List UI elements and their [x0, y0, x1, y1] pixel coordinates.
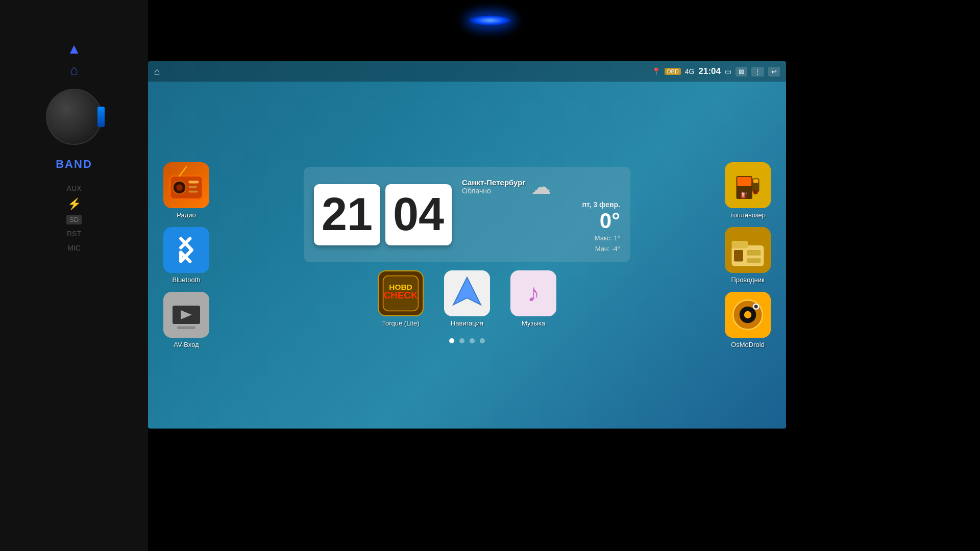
explorer-label: Проводник: [731, 276, 764, 284]
cloud-icon: ☁: [531, 175, 551, 198]
band-label: BAND: [56, 158, 92, 171]
battery-icon: ▭: [725, 67, 731, 76]
av-label: AV-Вход: [174, 341, 199, 348]
screen: ⌂ 📍 OBD 4G 21:04 ▭ ⊠ ⋮ ↩: [148, 61, 786, 429]
bluetooth-icon-img: [163, 227, 209, 273]
city-name: Санкт-Петербург: [462, 178, 526, 187]
app-explorer[interactable]: Проводник: [720, 227, 776, 284]
mic-label: MIC: [67, 244, 81, 252]
weather-text: Санкт-Петербург Облачно: [462, 178, 526, 195]
svg-rect-22: [737, 177, 751, 186]
svg-rect-31: [747, 250, 761, 256]
osmo-icon-img: [725, 292, 771, 338]
led-light: [470, 15, 510, 26]
weather-temp: 0°: [462, 209, 620, 233]
app-torque[interactable]: HOBD CHECK Torque (Lite): [373, 270, 429, 327]
status-bar: ⌂ 📍 OBD 4G 21:04 ▭ ⊠ ⋮ ↩: [148, 61, 786, 82]
app-column-right: ⛽ Топливозер: [720, 162, 776, 348]
eject-button[interactable]: ▲: [67, 41, 81, 57]
music-icon-img: ♪: [510, 270, 556, 316]
obd-icon: OBD: [665, 68, 681, 75]
clock-digits: 21 04: [314, 184, 452, 245]
radio-label: Радио: [177, 211, 196, 219]
svg-rect-29: [732, 241, 748, 248]
svg-text:⛽: ⛽: [741, 192, 748, 198]
status-time: 21:04: [699, 66, 721, 77]
main-content: Радио Bluetooth: [148, 82, 786, 429]
app-fuel[interactable]: ⛽ Топливозер: [720, 162, 776, 219]
weather-section: Санкт-Петербург Облачно ☁ пт, 3 февр. 0°…: [462, 175, 620, 255]
usb-icon: ⚡: [67, 197, 81, 211]
svg-point-2: [176, 184, 183, 191]
osmo-label: OsMoDroid: [731, 341, 765, 348]
back-button[interactable]: ↩: [768, 67, 780, 77]
app-column-left: Радио Bluetooth: [158, 162, 214, 348]
svg-rect-5: [189, 190, 198, 192]
page-dot-4[interactable]: [480, 338, 485, 343]
bottom-apps: HOBD CHECK Torque (Lite): [373, 270, 561, 327]
svg-line-6: [180, 167, 187, 176]
svg-rect-7: [163, 227, 209, 273]
svg-rect-32: [747, 258, 761, 263]
device-frame: ▲ ⌂ BAND AUX ⚡ SD RST MIC ⌂ 📍 OBD 4G 21:…: [0, 0, 980, 551]
menu-button[interactable]: ⋮: [751, 67, 764, 77]
svg-rect-4: [189, 186, 197, 188]
navigation-icon-img: [444, 270, 490, 316]
app-music[interactable]: ♪ Музыка: [505, 270, 561, 327]
svg-rect-3: [189, 181, 199, 183]
weather-date: пт, 3 февр.: [462, 201, 620, 209]
svg-rect-11: [177, 326, 195, 329]
clock-minute: 04: [385, 184, 452, 245]
sd-icon: SD: [66, 215, 82, 224]
status-bar-right: 📍 OBD 4G 21:04 ▭ ⊠ ⋮ ↩: [652, 66, 780, 77]
left-panel: ▲ ⌂ BAND AUX ⚡ SD RST MIC: [0, 0, 148, 551]
app-navigation[interactable]: Навигация: [439, 270, 495, 327]
fuel-label: Топливозер: [730, 211, 766, 219]
svg-rect-24: [753, 179, 758, 183]
location-icon: 📍: [652, 67, 660, 76]
app-bluetooth[interactable]: Bluetooth: [158, 227, 214, 284]
app-av[interactable]: AV-Вход: [158, 292, 214, 348]
svg-text:♪: ♪: [527, 279, 540, 307]
torque-label: Torque (Lite): [382, 319, 420, 327]
weather-max: Макс: 1°: [462, 233, 620, 244]
page-dot-2[interactable]: [459, 338, 464, 343]
home-icon[interactable]: ⌂: [154, 66, 160, 78]
clock-widget: 21 04 Санкт-Петербург Облачно ☁ пт, 3: [304, 167, 630, 263]
bluetooth-label: Bluetooth: [173, 276, 201, 284]
radio-icon-img: [163, 162, 209, 208]
volume-knob[interactable]: [43, 86, 105, 147]
center-section: 21 04 Санкт-Петербург Облачно ☁ пт, 3: [225, 167, 709, 344]
rst-label: RST: [67, 230, 81, 238]
explorer-icon-img: [725, 227, 771, 273]
svg-point-25: [753, 190, 758, 194]
home-physical-button[interactable]: ⌂: [70, 62, 78, 78]
svg-point-36: [744, 311, 751, 318]
app-osmodroid[interactable]: OsMoDroid: [720, 292, 776, 348]
weather-desc: Облачно: [462, 187, 526, 195]
av-icon-img: [163, 292, 209, 338]
aux-label: AUX: [67, 184, 82, 192]
weather-right: пт, 3 февр. 0° Макс: 1° Мин: -4°: [462, 201, 620, 255]
svg-rect-30: [734, 250, 743, 262]
navigation-label: Навигация: [451, 319, 483, 327]
svg-point-38: [754, 305, 758, 308]
music-label: Музыка: [522, 319, 545, 327]
svg-text:CHECK: CHECK: [383, 290, 418, 301]
torque-icon-img: HOBD CHECK: [378, 270, 424, 316]
clock-hour: 21: [314, 184, 380, 245]
signal-icon: 4G: [685, 67, 695, 76]
fuel-icon-img: ⛽: [725, 162, 771, 208]
weather-min: Мин: -4°: [462, 244, 620, 255]
status-bar-left: ⌂: [154, 66, 160, 78]
app-radio[interactable]: Радио: [158, 162, 214, 219]
page-dots: [449, 338, 485, 343]
page-dot-3[interactable]: [470, 338, 475, 343]
weather-top: Санкт-Петербург Облачно ☁: [462, 175, 620, 198]
screenshot-button[interactable]: ⊠: [736, 67, 747, 77]
page-dot-1[interactable]: [449, 338, 454, 343]
